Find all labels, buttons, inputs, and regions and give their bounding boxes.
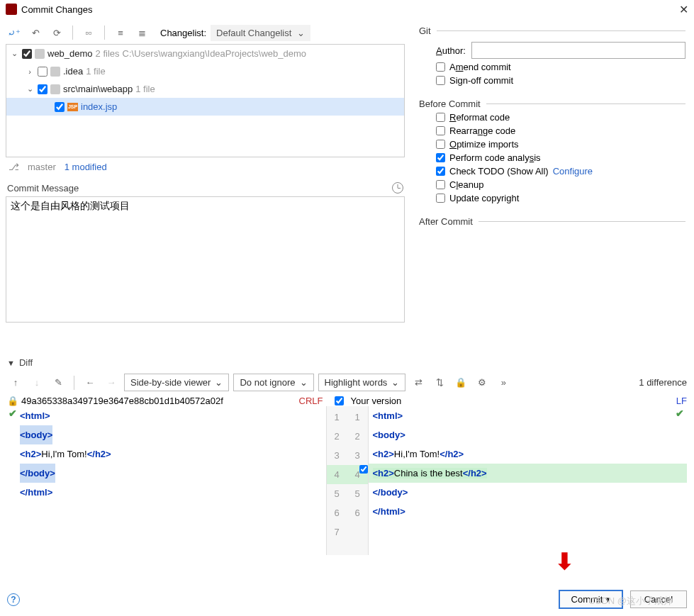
settings-icon[interactable]: ⚙ [474,374,491,391]
chevron-down-icon[interactable]: ⌄ [9,49,19,58]
diff-file-headers: 🔒 49a365338a349719e3647e88cb01d1b40572a0… [0,394,694,406]
chevron-down-icon[interactable]: ⌄ [25,84,35,94]
cancel-button[interactable]: Cancel [630,590,687,608]
chevron-down-icon: ⌄ [215,377,223,388]
changelist-label: Changelist: [160,28,206,38]
tree-webapp[interactable]: ⌄ src\main\webapp 1 file [6,80,404,98]
signoff-checkbox[interactable] [436,76,445,85]
titlebar: Commit Changes ✕ [0,0,694,18]
left-code[interactable]: ✔ <html> <body> <h2>Hi,I'm Tom!</h2> </b… [7,406,326,555]
tree-root[interactable]: ⌄ web_demo 2 files C:\Users\wangxiang\Id… [6,45,404,62]
branch-name: master [28,162,56,172]
chevron-down-icon[interactable]: ▼ [7,359,15,367]
chevron-down-icon: ⌄ [391,377,399,388]
idea-checkbox[interactable] [38,67,47,77]
cleanup-checkbox[interactable] [436,180,445,189]
more-icon[interactable]: » [495,374,512,391]
diff-count: 1 difference [639,377,687,388]
configure-link[interactable]: Configure [553,166,593,177]
app-icon [6,4,17,15]
changes-tree[interactable]: ⌄ web_demo 2 files C:\Users\wangxiang\Id… [6,44,405,157]
history-icon[interactable] [392,182,403,194]
copyright-checkbox[interactable] [436,194,445,203]
git-section: Git Author: Amend commit Sign-off commit [419,26,685,89]
modified-link[interactable]: 1 modified [65,162,107,172]
prev-diff-icon[interactable]: ↑ [7,374,24,391]
lock-icon: 🔒 [7,396,18,406]
viewer-combo[interactable]: Side-by-side viewer⌄ [124,374,229,391]
left-apply-checkbox[interactable] [335,396,344,405]
help-icon[interactable]: ? [7,593,20,606]
chevron-right-icon[interactable]: › [25,67,35,76]
optimize-checkbox[interactable] [436,140,445,149]
highlight-combo[interactable]: Highlight words⌄ [318,374,406,391]
reformat-checkbox[interactable] [436,113,445,122]
branch-bar: ⎇ master 1 modified [6,157,405,177]
folder-icon [35,49,45,59]
next-diff-icon[interactable]: ↓ [28,374,45,391]
sync-scroll-icon[interactable]: ⇅ [431,374,448,391]
collapse-all-icon[interactable]: ≣ [133,24,150,41]
right-code[interactable]: ✔ <html> <body> <h2>Hi,I'm Tom!</h2> <h2… [369,406,688,555]
author-input[interactable] [471,42,685,59]
file-checkbox[interactable] [55,102,65,112]
commit-message-header: Commit Message [6,177,405,196]
lock-icon[interactable]: 🔒 [452,374,469,391]
changelist-combo[interactable]: Default Changelist ⌄ [211,25,310,41]
diff-header[interactable]: ▼ Diff [0,352,694,371]
group-icon[interactable]: ▫▫ [80,24,97,41]
undo-icon[interactable]: ↶ [27,24,44,41]
chevron-down-icon: ⌄ [300,377,308,388]
diff-viewer[interactable]: ✔ <html> <body> <h2>Hi,I'm Tom!</h2> </b… [0,406,694,555]
forward-icon[interactable]: → [103,374,120,391]
refresh-changes-icon[interactable]: ⤾⁺ [6,24,23,41]
check-icon: ✔ [676,408,684,419]
back-icon[interactable]: ← [82,374,99,391]
diff-toolbar: ↑ ↓ ✎ ← → Side-by-side viewer⌄ Do not ig… [0,371,694,394]
amend-checkbox[interactable] [436,62,445,72]
line-gutter: 11 22 33 44 55 66 7 [326,406,369,555]
right-revision: Your version [351,396,402,406]
folder-icon [50,67,60,77]
tree-file-index[interactable]: JSP index.jsp [6,98,404,116]
ignore-combo[interactable]: Do not ignore⌄ [233,374,313,391]
before-commit-section: Before Commit Reformat code Rearrange co… [419,99,685,206]
rearrange-checkbox[interactable] [436,126,445,135]
close-icon[interactable]: ✕ [679,3,688,16]
jump-to-source-icon[interactable]: ✎ [50,374,67,391]
todo-checkbox[interactable] [436,167,445,176]
left-encoding: CRLF [299,396,323,406]
author-label: Author: [436,45,466,56]
webapp-checkbox[interactable] [38,84,47,94]
left-revision: 49a365338a349719e3647e88cb01d1b40572a02f [21,396,223,406]
jsp-file-icon: JSP [67,103,78,111]
folder-icon [50,84,60,94]
check-icon: ✔ [9,408,17,419]
window-title: Commit Changes [21,4,92,15]
commit-button[interactable]: Commit ▾ [559,590,623,609]
right-encoding: LF [676,396,687,406]
bottom-bar: ? Commit ▾ Cancel [0,583,694,616]
after-commit-section: After Commit [419,216,685,227]
reload-icon[interactable]: ⟳ [48,24,65,41]
root-checkbox[interactable] [22,49,32,59]
analysis-checkbox[interactable] [436,153,445,162]
chevron-down-icon: ⌄ [297,28,305,38]
expand-all-icon[interactable]: ≡ [112,24,129,41]
collapse-unchanged-icon[interactable]: ⇄ [410,374,427,391]
insert-line-checkbox[interactable] [359,465,368,474]
commit-message-input[interactable] [6,196,405,323]
tree-idea[interactable]: › .idea 1 file [6,62,404,80]
branch-icon: ⎇ [9,162,19,172]
changes-toolbar: ⤾⁺ ↶ ⟳ ▫▫ ≡ ≣ Changelist: Default Change… [6,21,405,44]
